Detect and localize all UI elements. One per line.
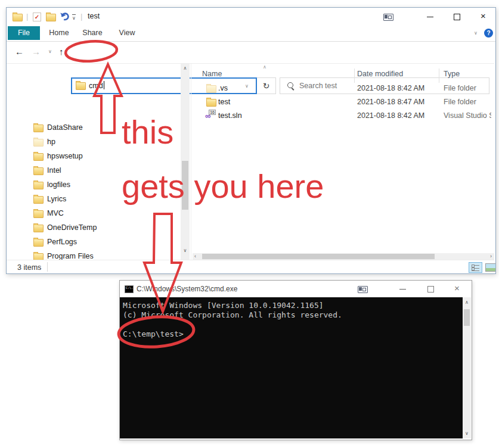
console-scrollbar[interactable]: ∧ ∨	[463, 297, 471, 438]
minimize-button[interactable]	[399, 289, 406, 290]
sidebar-item-perflogs[interactable]: PerfLogs	[7, 235, 179, 250]
horizontal-scrollbar[interactable]: ‹ ›	[193, 253, 494, 260]
picture-icon	[485, 263, 496, 272]
sidebar-item-label: MVC	[47, 209, 64, 217]
column-header-row: ∧ Name Date modified Type	[191, 64, 494, 80]
sidebar-scrollbar[interactable]: ∧ ∨	[181, 64, 190, 260]
explorer-content: DataShare hp hpswsetup Intel logfiles Ly…	[7, 63, 494, 260]
sidebar-item-label: Intel	[47, 166, 61, 175]
folder-icon	[33, 225, 44, 232]
folder-icon	[33, 239, 44, 247]
explorer-window: | ✓ ∨ | test × File Home Share View ∨ ? …	[6, 7, 496, 274]
forward-icon[interactable]: →	[32, 46, 41, 57]
folder-icon	[33, 210, 44, 218]
sidebar-item-hpswsetup[interactable]: hpswsetup	[7, 150, 179, 164]
ribbon-collapse-icon[interactable]: ∨	[474, 30, 478, 36]
console-line	[120, 320, 463, 329]
file-row-vs[interactable]: .vs 2021-08-18 8:42 AM File folder	[191, 82, 494, 96]
file-row-test-sln[interactable]: ∞ 16 test.sln 2021-08-18 8:42 AM Visual …	[191, 110, 494, 123]
scrollbar-thumb[interactable]	[202, 254, 435, 259]
page: | ✓ ∨ | test × File Home Share View ∨ ? …	[0, 0, 499, 448]
console-line: Microsoft Windows [Version 10.0.19042.11…	[120, 301, 463, 310]
separator	[47, 262, 48, 272]
app-folder-icon	[13, 14, 23, 21]
folder-icon	[206, 85, 216, 93]
cmd-window: C:\Windows\System32\cmd.exe × Microsoft …	[119, 280, 472, 440]
file-name: .vs	[218, 84, 228, 92]
column-divider[interactable]	[439, 69, 439, 83]
visual-studio-icon: ∞ 16	[205, 111, 215, 121]
new-folder-icon[interactable]	[46, 14, 56, 21]
qat-customize-icon[interactable]: ∨	[72, 14, 76, 21]
column-divider[interactable]	[354, 69, 355, 83]
folder-icon	[33, 139, 44, 147]
column-header-name[interactable]: Name	[202, 70, 222, 78]
file-type: File folder	[444, 98, 491, 106]
file-date: 2021-08-18 8:42 AM	[357, 111, 424, 120]
sidebar-item-label: OneDriveTemp	[47, 223, 97, 232]
screen-overlay-icon	[358, 286, 368, 293]
cmd-window-title: C:\Windows\System32\cmd.exe	[137, 285, 237, 293]
scroll-down-icon[interactable]: ∨	[181, 248, 190, 253]
folder-icon	[33, 153, 44, 161]
sidebar-item-label: hp	[47, 138, 55, 146]
close-button[interactable]: ×	[454, 285, 460, 291]
cmd-icon	[125, 285, 134, 293]
sidebar-item-label: Program Files	[47, 252, 94, 260]
window-title: test	[88, 12, 100, 20]
file-name: test.sln	[218, 111, 242, 120]
sidebar-item-label: logfiles	[47, 181, 70, 189]
tab-share[interactable]: Share	[77, 26, 108, 40]
scroll-left-icon[interactable]: ‹	[194, 253, 196, 259]
column-header-type[interactable]: Type	[444, 70, 460, 78]
scroll-down-icon[interactable]: ∨	[463, 431, 471, 436]
file-type: File folder	[444, 84, 491, 92]
tab-home[interactable]: Home	[44, 26, 75, 40]
sidebar-item-program-files[interactable]: Program Files	[7, 250, 179, 260]
maximize-button[interactable]	[427, 286, 434, 293]
folder-icon	[33, 167, 44, 175]
console-output[interactable]: Microsoft Windows [Version 10.0.19042.11…	[120, 297, 463, 438]
help-icon[interactable]: ?	[484, 29, 493, 38]
sidebar-item-label: Lyrics	[47, 195, 66, 203]
file-date: 2021-08-18 8:42 AM	[357, 84, 424, 92]
folder-icon	[33, 182, 44, 189]
scroll-right-icon[interactable]: ›	[490, 253, 492, 259]
sidebar-item-mvc[interactable]: MVC	[7, 207, 179, 221]
undo-icon[interactable]	[60, 11, 70, 23]
ribbon-tab-row: File Home Share View ∨ ?	[7, 26, 495, 42]
folder-icon	[33, 125, 44, 132]
explorer-titlebar: | ✓ ∨ | test ×	[7, 8, 495, 26]
thumbnail-view-button[interactable]	[484, 262, 496, 273]
sidebar-item-label: DataShare	[47, 123, 83, 132]
folder-icon	[33, 196, 44, 204]
recent-locations-icon[interactable]: ∨	[48, 49, 52, 54]
scrollbar-thumb[interactable]	[464, 309, 470, 326]
up-icon[interactable]: ↑	[59, 46, 64, 57]
back-icon[interactable]: ←	[15, 46, 24, 57]
console-prompt: C:\temp\test>	[120, 329, 463, 339]
sort-ascending-icon: ∧	[263, 64, 266, 70]
properties-icon[interactable]: ✓	[33, 13, 41, 21]
column-header-date[interactable]: Date modified	[357, 70, 403, 78]
close-button[interactable]: ×	[481, 13, 486, 19]
scroll-up-icon[interactable]: ∧	[463, 300, 471, 305]
details-view-button[interactable]	[469, 262, 482, 273]
file-name: test	[218, 98, 230, 106]
sidebar-item-onedrivetemp[interactable]: OneDriveTemp	[7, 221, 179, 235]
annotation-this-label: this	[122, 114, 173, 150]
file-row-test[interactable]: test 2021-08-18 8:47 AM File folder	[191, 96, 494, 110]
tab-file[interactable]: File	[8, 26, 40, 40]
screen-overlay-icon	[383, 14, 393, 21]
sidebar-item-label: PerfLogs	[47, 238, 77, 246]
minimize-button[interactable]	[427, 17, 433, 17]
separator: |	[80, 12, 82, 21]
annotation-gets-label: gets you here	[122, 169, 324, 204]
separator: |	[26, 12, 28, 21]
maximize-button[interactable]	[454, 14, 460, 20]
scroll-up-icon[interactable]: ∧	[181, 66, 190, 71]
items-count: 3 items	[17, 263, 41, 272]
status-bar: 3 items	[7, 260, 494, 273]
file-date: 2021-08-18 8:47 AM	[357, 98, 424, 106]
tab-view[interactable]: View	[111, 26, 142, 40]
